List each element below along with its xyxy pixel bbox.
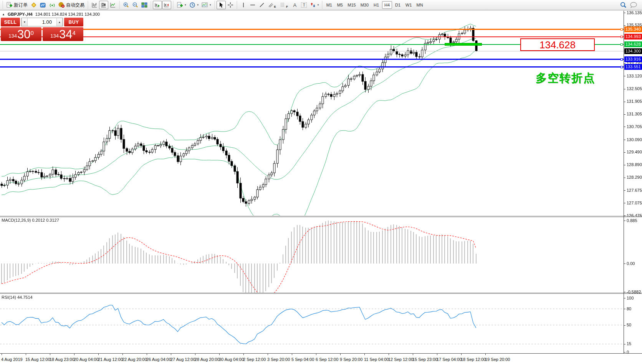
chevron-down-icon: ▾ [318,3,319,7]
buy-price-sup: 4 [72,30,75,36]
time-label: 21 Aug 12:00 [98,357,123,362]
candlestick-chart-button[interactable] [99,1,108,9]
price-tick-label: 131.905 [627,99,642,104]
profiles-icon [31,2,37,8]
time-label: 11 Sep 04:00 [364,357,389,362]
time-tick-mark [437,354,437,355]
timeframe-button-m30[interactable]: M30 [359,1,371,9]
price-tick-label: 132.505 [627,86,642,91]
periods-dropdown[interactable]: ▾ [188,1,200,9]
level-red-line[interactable] [0,36,624,37]
price-tick-label: 128.290 [627,175,642,180]
zoom-in-button[interactable] [121,1,131,9]
sell-price[interactable]: 134 30 0 [1,27,41,41]
timeframe-button-mn[interactable]: MN [415,1,425,9]
time-label: 27 Aug 12:00 [170,357,195,362]
new-order-icon [6,2,12,8]
macd-label: MACD(12,26,9) 0.2012 0.3127 [2,218,59,222]
collapse-icon[interactable]: ▲ [2,13,5,16]
vertical-line-button[interactable] [239,1,248,9]
time-tick-mark [413,354,413,355]
level-orange-handle[interactable] [620,28,623,31]
macd-tick-label: 0.00 [627,261,635,266]
templates-dropdown[interactable]: ▾ [200,1,213,9]
fibonacci-button[interactable]: F [278,1,290,9]
toolbar-grip [172,1,174,9]
buy-button[interactable]: BUY [64,18,83,26]
timeframe-button-w1[interactable]: W1 [404,1,414,9]
rsi-indicator-canvas[interactable] [0,294,624,353]
horizontal-line-button[interactable] [248,1,257,9]
volume-decrease-button[interactable]: ▼ [22,18,28,26]
candlestick-chart-icon [101,2,107,8]
level-blue-1-line[interactable] [0,59,624,60]
time-label: 3 Sep 20:00 [267,357,290,362]
turning-point-annotation[interactable]: 多空转折点 [515,71,595,86]
time-axis-border [0,353,642,354]
level-blue-2-line[interactable] [0,66,624,68]
signals-button[interactable] [48,1,57,9]
sell-price-prefix: 134 [8,33,17,39]
time-label: 15 Sep 23:00 [412,357,437,362]
trendline-icon [259,2,265,8]
timeframe-button-m15[interactable]: M15 [346,1,357,9]
tile-windows-button[interactable] [140,1,149,9]
arrows-dropdown[interactable]: ▾ [309,1,321,9]
level-blue-2-handle[interactable] [620,66,623,68]
volume-increase-button[interactable]: ▲ [56,18,63,26]
search-icon [620,2,627,8]
buy-price[interactable]: 134 34 4 [43,27,83,41]
text-button[interactable]: A [290,1,299,9]
market-watch-button[interactable] [38,1,48,9]
profiles-button[interactable] [29,1,38,9]
time-label: 19 Sep 20:00 [485,357,510,362]
trendline-button[interactable] [257,1,266,9]
time-tick-mark [292,354,292,355]
zoom-out-button[interactable] [131,1,140,9]
rsi-tick-label: 80 [627,306,631,311]
timeframe-button-h4[interactable]: H4 [382,1,392,9]
zoom-in-icon [123,2,129,8]
crosshair-button[interactable] [226,1,235,9]
indicators-dropdown[interactable]: ▾ [175,1,188,9]
line-chart-button[interactable] [108,1,117,9]
timeframe-button-d1[interactable]: D1 [393,1,403,9]
chat-button[interactable] [628,1,639,9]
indicators-icon [177,2,183,8]
new-order-button[interactable]: 新订单 [5,1,29,9]
price-callout-box[interactable]: 134.628 [520,38,595,51]
level-green-handle[interactable] [620,43,623,46]
sell-button[interactable]: SELL [1,18,20,26]
current-price-line[interactable] [0,51,624,51]
volume-input[interactable] [28,18,56,26]
text-label-button[interactable]: T [299,1,309,9]
bar-chart-button[interactable] [90,1,99,9]
cursor-button[interactable] [217,1,226,9]
level-green-price-badge: 134.628 [624,41,642,47]
chevron-down-icon: ▾ [210,3,211,7]
new-order-label: 新订单 [14,2,28,8]
channel-button[interactable]: E [266,1,278,9]
autotrading-icon [58,2,65,8]
level-blue-1-handle[interactable] [620,58,623,61]
auto-scroll-button[interactable] [153,1,162,9]
cursor-icon [218,2,224,8]
level-orange-line[interactable] [0,29,624,30]
time-label: 2 Sep 12:00 [243,357,266,362]
chevron-down-icon: ▾ [185,3,186,7]
thick-green-trendline[interactable] [445,43,482,46]
chart-shift-button[interactable] [162,1,171,9]
autotrading-button[interactable]: 自动交易 [57,1,86,9]
timeframe-button-h1[interactable]: H1 [371,1,381,9]
time-label: 17 Sep 04:00 [437,357,462,362]
pane-separator[interactable] [0,216,642,216]
time-tick-mark [171,354,171,355]
search-button[interactable] [618,1,628,9]
timeframe-button-m1[interactable]: M1 [324,1,334,9]
pane-separator[interactable] [0,293,642,293]
macd-indicator-canvas[interactable] [0,217,624,293]
time-tick-mark [485,354,486,355]
level-red-handle[interactable] [620,36,623,38]
timeframe-button-m5[interactable]: M5 [335,1,345,9]
toolbar-grip [150,1,152,9]
